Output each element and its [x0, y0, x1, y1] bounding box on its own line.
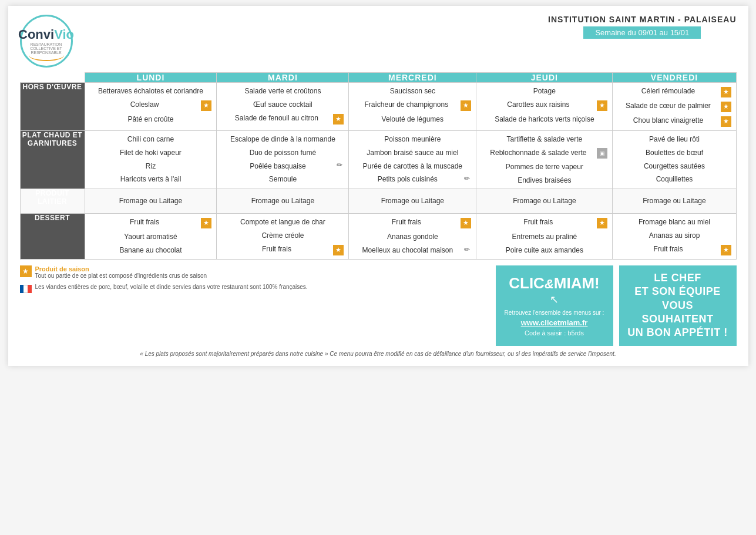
item-text: Courgettes sautées [617, 161, 731, 171]
pencil-icon: ✏ [463, 174, 471, 183]
item-text: Coquillettes [617, 174, 731, 184]
item-text: Poêlée basquaise [221, 161, 334, 171]
item-text: Endives braisées [481, 176, 607, 186]
cell-content: Fromage ou Laitage [85, 189, 217, 213]
cell-content: Fruit frais Yaourt aromatisé Banane au c… [85, 214, 217, 259]
list-item: Banane au chocolat [90, 245, 212, 255]
label-plat-chaud: PLAT CHAUD ET GARNITURES [20, 131, 85, 189]
list-item: Yaourt aromatisé [90, 232, 212, 242]
pencil-icon: ✏ [335, 161, 344, 170]
cell-pl-lundi: Fromage ou Laitage [85, 189, 217, 214]
cell-d-lundi: Fruit frais Yaourt aromatisé Banane au c… [85, 214, 217, 260]
item-text: Ananas au sirop [617, 231, 731, 241]
list-item: Haricots verts à l'ail [90, 174, 212, 184]
semaine: Semaine du 09/01 au 15/01 [583, 26, 701, 39]
season-desc: Tout ou partie de ce plat est composé d'… [35, 272, 207, 279]
flag-red [28, 285, 32, 293]
clic-miam-url[interactable]: www.clicetmiam.fr [521, 318, 588, 327]
day-mardi: MARDI [217, 73, 349, 83]
clic-miam-title: CLIC&MIAM! [509, 275, 600, 292]
list-item: Coquillettes [617, 174, 731, 184]
list-item: Escalope de dinde à la normande [221, 134, 344, 144]
list-item: Poêlée basquaise ✏ [221, 161, 344, 171]
item-text: Chou blanc vinaigrette [617, 116, 718, 126]
cell-content: Potage Carottes aux raisins Salade de ha… [476, 83, 612, 128]
logo: ConviVio RESTAURATION COLLECTIVE ET RESP… [20, 15, 73, 68]
item-text: Poisson meunière [354, 134, 471, 144]
item-text: Fruit frais [90, 217, 200, 227]
item-text: Purée de carottes à la muscade [354, 161, 471, 171]
cell-content: Betteraves échalotes et coriandre Colesl… [85, 83, 217, 128]
flag-blue [20, 285, 24, 293]
cell-pc-vendredi: Pavé de lieu rôti Boulettes de bœuf Cour… [613, 131, 736, 189]
chef-text: LE CHEFET SON ÉQUIPEVOUS SOUHAITENTUN BO… [625, 271, 731, 340]
list-item: Potage [481, 86, 607, 96]
list-item: Jambon braisé sauce au miel [354, 148, 471, 158]
clic-miam-code: Code à saisir : b5rds [525, 329, 584, 337]
star-icon [461, 218, 471, 228]
list-item: Endives braisées [481, 176, 607, 186]
item-text: Fromage ou Laitage [251, 197, 314, 205]
cell-content: Compote et langue de char Crème créole F… [217, 214, 348, 259]
cell-ho-vendredi: Céleri rémoulade Salade de cœur de palmi… [613, 83, 736, 131]
list-item: Salade verte et croûtons [221, 86, 344, 96]
list-item: Fruit frais [481, 217, 607, 228]
footer-note: « Les plats proposés sont majoritairemen… [20, 351, 737, 357]
item-text: Ananas gondole [354, 232, 471, 242]
item-text: Salade verte et croûtons [221, 86, 344, 96]
list-item: Fruit frais [221, 244, 344, 255]
france-flag-icon [20, 285, 32, 293]
item-text: Saucisson sec [354, 86, 471, 96]
logo-arc [29, 49, 64, 61]
header: ConviVio RESTAURATION COLLECTIVE ET RESP… [20, 15, 737, 68]
item-text: Fromage ou Laitage [119, 197, 182, 205]
item-text: Salade de fenouil au citron [221, 113, 331, 123]
cell-ho-jeudi: Potage Carottes aux raisins Salade de ha… [476, 83, 613, 131]
item-text: Duo de poisson fumé [221, 148, 344, 158]
cell-content: Fromage blanc au miel Ananas au sirop Fr… [613, 214, 735, 259]
list-item: Poire cuite aux amandes [481, 245, 607, 255]
institution-info: INSTITUTION SAINT MARTIN - PALAISEAU Sem… [548, 15, 736, 39]
item-text: Haricots verts à l'ail [90, 174, 212, 184]
list-item: Semoule [221, 174, 344, 184]
cell-pl-mardi: Fromage ou Laitage [217, 189, 349, 214]
logo-text: ConviVio [18, 28, 74, 41]
list-item: Carottes aux raisins [481, 100, 607, 111]
list-item: Salade de fenouil au citron [221, 113, 344, 125]
list-item: Fromage blanc au miel [617, 217, 731, 227]
cell-content: Fromage ou Laitage [476, 189, 612, 213]
list-item: Poisson meunière [354, 134, 471, 144]
item-text: Banane au chocolat [90, 245, 212, 255]
item-text: Riz [90, 161, 212, 171]
cell-d-mardi: Compote et langue de char Crème créole F… [217, 214, 349, 260]
france-text: Les viandes entières de porc, bœuf, vola… [35, 284, 308, 290]
list-item: Courgettes sautées [617, 161, 731, 171]
star-icon [721, 87, 731, 97]
day-lundi: LUNDI [85, 73, 217, 83]
cell-content: Saucisson sec Fraîcheur de champignons V… [349, 83, 476, 128]
item-text: Compote et langue de char [221, 217, 344, 227]
item-text: Fromage ou Laitage [513, 197, 576, 205]
list-item: Salade de haricots verts niçoise [481, 115, 607, 125]
cell-content: Fromage ou Laitage [349, 189, 476, 213]
item-text: Carottes aux raisins [481, 100, 595, 110]
label-produit-laitier: PRODUIT LAITIER [20, 189, 85, 214]
cell-pc-lundi: Chili con carne Filet de hoki vapeur Riz… [85, 131, 217, 189]
corner-cell [20, 73, 85, 83]
item-text: Œuf sauce cocktail [221, 100, 344, 110]
menu-table: LUNDI MARDI MERCREDI JEUDI VENDREDI HORS… [20, 72, 737, 260]
item-text: Betteraves échalotes et coriandre [90, 86, 212, 96]
item-text: Yaourt aromatisé [90, 232, 212, 242]
list-item: Duo de poisson fumé [221, 148, 344, 158]
item-text: Pavé de lieu rôti [617, 134, 731, 144]
star-icon [721, 102, 731, 112]
clic-miam-box: CLIC&MIAM! ↖ Retrouvez l'ensemble des me… [496, 265, 613, 346]
cursor-icon: ↖ [550, 293, 559, 306]
footer-right: CLIC&MIAM! ↖ Retrouvez l'ensemble des me… [496, 265, 737, 346]
list-item: Boulettes de bœuf [617, 148, 731, 158]
item-text: Coleslaw [90, 100, 200, 110]
cell-pl-jeudi: Fromage ou Laitage [476, 189, 613, 214]
list-item: Pommes de terre vapeur [481, 162, 607, 172]
list-item: Tartiflette & salade verte [481, 134, 607, 144]
item-text: Semoule [221, 174, 344, 184]
